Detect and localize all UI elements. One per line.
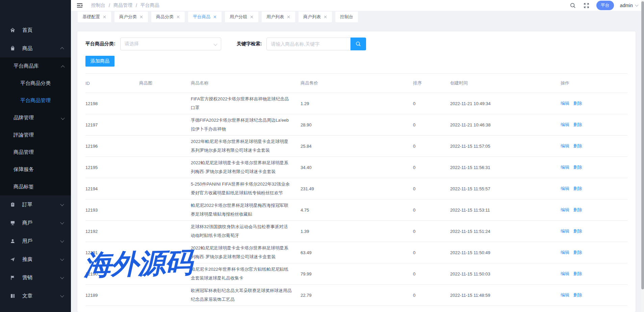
chevron-down-icon <box>60 275 64 279</box>
send-icon <box>9 256 16 262</box>
category-select[interactable]: 请选择 <box>120 38 221 50</box>
product-price: 4.75 <box>301 208 413 213</box>
sidebar-item[interactable]: 評論管理 <box>0 126 71 144</box>
sidebar-item[interactable]: 平台商品管理 <box>0 92 71 109</box>
chevron-down-icon <box>60 202 64 206</box>
edit-link[interactable]: 编辑 <box>561 229 569 234</box>
sidebar-item[interactable]: 品牌管理 <box>0 109 71 126</box>
sidebar-item-label: 商品 <box>22 45 32 52</box>
product-id: 12198 <box>85 101 139 106</box>
product-id: 12196 <box>85 144 139 149</box>
scrollbar-thumb[interactable] <box>641 1 644 289</box>
sidebar-item-label: 营销 <box>22 274 32 281</box>
product-price: 25.84 <box>301 144 413 149</box>
tab[interactable]: 基礎配置 <box>78 11 111 22</box>
tab[interactable]: 平台商品 <box>188 11 222 22</box>
sidebar-item[interactable]: 商戶 <box>0 214 71 232</box>
close-icon[interactable] <box>287 15 290 19</box>
close-icon[interactable] <box>177 15 180 19</box>
sidebar-item[interactable]: 商品管理 <box>0 144 71 161</box>
product-created-time: 2022-11-15 11:50:49 <box>450 250 561 255</box>
username: admin <box>620 3 633 8</box>
product-sort: 0 <box>413 144 450 149</box>
tab[interactable]: 商户分类 <box>114 11 148 22</box>
tab[interactable]: 控制台 <box>335 11 358 22</box>
sidebar-item[interactable]: 推廣 <box>0 250 71 268</box>
product-created-time: 2022-11-21 10:46:38 <box>450 122 561 127</box>
sidebar-item[interactable]: 平台商品分类 <box>0 75 71 92</box>
search-icon[interactable] <box>569 2 577 9</box>
product-name: 孚德FIFA2022卡塔尔世界杯足球纪念品周边La'eeb拉伊卜手办吉祥物 <box>191 116 301 134</box>
close-icon[interactable] <box>140 15 143 19</box>
edit-link[interactable]: 编辑 <box>561 271 569 276</box>
delete-link[interactable]: 删除 <box>573 271 582 276</box>
product-name: 2022年帕尼尼卡塔尔世界杯足球明星卡盒足球明星系列罗纳尔多足球有限公司球迷卡盒… <box>191 137 301 155</box>
sidebar-item-label: 品牌管理 <box>14 115 34 121</box>
fullscreen-icon[interactable] <box>583 2 590 9</box>
delete-link[interactable]: 删除 <box>573 165 582 170</box>
edit-link[interactable]: 编辑 <box>561 165 569 170</box>
close-icon[interactable] <box>250 15 254 19</box>
edit-link[interactable]: 编辑 <box>561 292 569 297</box>
tab[interactable]: 用户列表 <box>262 11 295 22</box>
delete-link[interactable]: 删除 <box>573 143 582 148</box>
breadcrumb-item[interactable]: 控制台 <box>91 2 105 8</box>
delete-link[interactable]: 删除 <box>573 207 582 212</box>
edit-link[interactable]: 编辑 <box>561 122 569 127</box>
delete-link[interactable]: 删除 <box>573 122 582 127</box>
tab[interactable]: 商户列表 <box>299 11 332 22</box>
user-menu[interactable]: admin <box>620 3 638 8</box>
table-row: 12189 欧洲冠军杯表彰纪念品大耳朵联赛足球奖杯球迷用品纪念品家居装饰工艺品 … <box>85 285 627 306</box>
col-id: ID <box>85 81 139 86</box>
clipboard-icon <box>9 201 16 208</box>
chevron-up-icon <box>61 65 65 69</box>
sidebar-item[interactable]: 商品 <box>0 39 71 57</box>
sidebar-item[interactable]: 营销 <box>0 268 71 287</box>
category-filter-label: 平台商品分类: <box>85 41 115 47</box>
book-icon <box>9 293 16 299</box>
delete-link[interactable]: 删除 <box>573 250 582 255</box>
chevron-down-icon <box>60 293 64 297</box>
edit-link[interactable]: 编辑 <box>561 143 569 148</box>
workspace-badge[interactable]: 平台 <box>596 1 614 10</box>
product-price: 22.79 <box>301 293 413 298</box>
sidebar-item[interactable]: 首頁 <box>0 21 71 39</box>
chevron-down-icon <box>61 116 65 120</box>
breadcrumb-item[interactable]: 平台商品 <box>140 2 159 8</box>
close-icon[interactable] <box>324 15 327 19</box>
sidebar-item-label: 首頁 <box>22 27 32 33</box>
delete-link[interactable]: 删除 <box>573 229 582 234</box>
breadcrumb-item[interactable]: 商品管理 <box>113 2 132 8</box>
sidebar-item[interactable]: 平台商品库 <box>0 57 71 75</box>
add-product-button[interactable]: 添加商品 <box>85 56 114 67</box>
sidebar-item[interactable]: 商品标签 <box>0 178 71 195</box>
product-created-time: 2022-11-15 11:48:59 <box>450 293 561 298</box>
delete-link[interactable]: 删除 <box>573 292 582 297</box>
sidebar-item[interactable]: 文章 <box>0 287 71 305</box>
sidebar-item[interactable]: 訂單 <box>0 195 71 214</box>
search-button[interactable] <box>351 38 366 50</box>
tab[interactable]: 商品分类 <box>151 11 185 22</box>
sidebar-item-label: 平台商品分类 <box>20 80 51 87</box>
product-id: 12193 <box>85 208 139 213</box>
edit-link[interactable]: 编辑 <box>561 250 569 255</box>
keyword-input[interactable] <box>266 38 351 50</box>
table-row: 12193 帕尼尼2022卡塔尔世界杯足球明星梅西海报冠军联赛足球明星墙贴海报粉… <box>85 199 627 221</box>
close-icon[interactable] <box>103 15 106 19</box>
tab[interactable]: 用户分组 <box>225 11 258 22</box>
home-icon <box>9 27 16 33</box>
sidebar-collapse-icon[interactable] <box>76 1 84 9</box>
sidebar-item[interactable]: 用戶 <box>0 232 71 250</box>
sidebar-item-label: 評論管理 <box>14 132 34 138</box>
edit-link[interactable]: 编辑 <box>561 186 569 191</box>
delete-link[interactable]: 删除 <box>573 186 582 191</box>
edit-link[interactable]: 编辑 <box>561 207 569 212</box>
table-row: 12196 2022年帕尼尼卡塔尔世界杯足球明星卡盒足球明星系列罗纳尔多足球有限… <box>85 136 627 157</box>
delete-link[interactable]: 删除 <box>573 101 582 106</box>
sidebar: 首頁 商品 平台商品库 平台商品分类 平 <box>0 0 71 312</box>
close-icon[interactable] <box>213 15 217 19</box>
product-created-time: 2022-11-15 11:51:24 <box>450 229 561 234</box>
sidebar-item[interactable]: 保障服务 <box>0 161 71 178</box>
edit-link[interactable]: 编辑 <box>561 101 569 106</box>
main-column: 控制台 / 商品管理 / 平台商品 / <box>71 0 644 312</box>
